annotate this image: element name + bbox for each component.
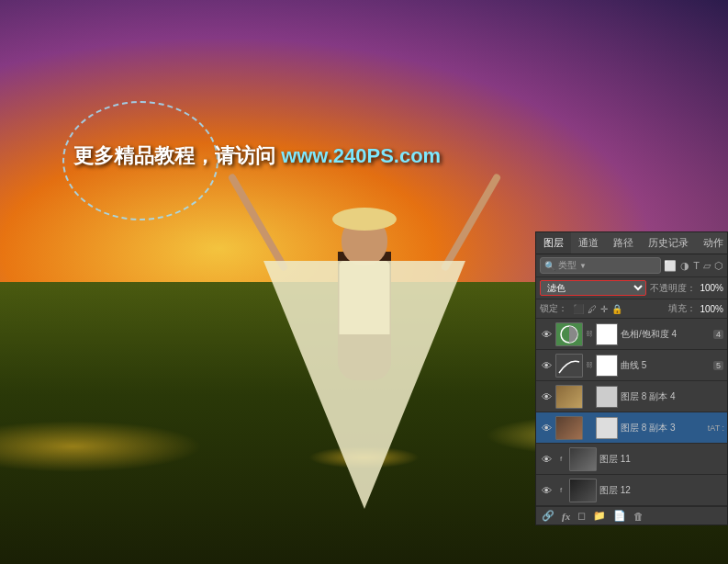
lock-checkerboard-icon[interactable]: ⬛: [573, 304, 584, 314]
thumb-8b3: [555, 416, 583, 440]
badge-hue-sat: 4: [713, 330, 723, 339]
search-icon: 🔍: [544, 261, 555, 271]
tab-paths[interactable]: 路径: [606, 232, 641, 254]
new-group-icon[interactable]: 📁: [593, 510, 606, 522]
visibility-hue-sat[interactable]: 👁: [540, 329, 553, 340]
layer-row-8b3[interactable]: 👁 · 图层 8 副本 3 tAT :: [536, 412, 727, 444]
filter-pixel-icon[interactable]: ⬜: [664, 260, 677, 272]
watermark-site: www.240PS.com: [281, 144, 441, 167]
bride-figure: [263, 160, 465, 509]
tab-layers[interactable]: 图层: [536, 232, 571, 254]
search-box[interactable]: 🔍 类型 ▼: [540, 257, 661, 274]
thumb-curves: [555, 354, 583, 378]
mask-8b3: [596, 417, 618, 439]
tat-label: tAT :: [708, 423, 724, 433]
tab-channels[interactable]: 通道: [571, 232, 606, 254]
chain-hue-sat: ⛓: [586, 330, 593, 338]
visibility-8b3[interactable]: 👁: [540, 423, 553, 434]
mask-hue-sat: [596, 323, 618, 345]
watermark: 更多精品教程，请访问 www.240PS.com: [73, 142, 441, 170]
link-12[interactable]: f: [555, 486, 566, 494]
panel-filter-icons: ⬜ ◑ T ▱ ⬡: [664, 260, 723, 272]
visibility-8b4[interactable]: 👁: [540, 391, 553, 402]
link-layers-icon[interactable]: 🔗: [542, 510, 554, 522]
filter-shape-icon[interactable]: ▱: [703, 260, 711, 272]
mask-curves: [596, 355, 618, 377]
lock-move-icon[interactable]: ✛: [600, 304, 608, 314]
layer-row-hue-sat[interactable]: 👁 ⛓ 色相/饱和度 4 4: [536, 319, 727, 350]
layers-panel: 图层 通道 路径 历史记录 动作 🔍 类型 ▼ ⬜ ◑ T ▱ ⬡ 滤色 不透明…: [535, 231, 728, 525]
thumb-11: [569, 447, 597, 471]
visibility-11[interactable]: 👁: [540, 454, 553, 465]
watermark-text: 更多精品教程，请访问: [73, 144, 281, 167]
layer-name-11: 图层 11: [599, 453, 723, 466]
dress: [263, 261, 465, 509]
opacity-label: 不透明度：: [650, 282, 696, 295]
blend-mode-row: 滤色 不透明度： 100%: [536, 277, 727, 299]
layer-row-8b4[interactable]: 👁 · 图层 8 副本 4: [536, 381, 727, 412]
layer-row-curves[interactable]: 👁 ⛓ 曲线 5 5: [536, 350, 727, 381]
layer-row-12[interactable]: 👁 f 图层 12: [536, 475, 727, 506]
search-type-select[interactable]: 类型: [558, 259, 577, 272]
opacity-value: 100%: [700, 283, 723, 293]
filter-smartobj-icon[interactable]: ⬡: [714, 260, 723, 272]
lock-all-icon[interactable]: 🔒: [611, 304, 622, 314]
layer-row-11[interactable]: 👁 f 图层 11: [536, 444, 727, 475]
layer-name-8b4: 图层 8 副本 4: [621, 390, 723, 403]
fill-label: 填充：: [668, 302, 696, 315]
panel-tabs: 图层 通道 路径 历史记录 动作: [536, 232, 727, 254]
link-11[interactable]: f: [555, 455, 566, 463]
visibility-12[interactable]: 👁: [540, 485, 553, 496]
panel-bottom-bar: 🔗 fx ◻ 📁 📄 🗑: [536, 506, 727, 525]
new-layer-icon[interactable]: 📄: [613, 510, 626, 522]
layer-name-curves: 曲线 5: [621, 359, 711, 372]
filter-type-icon[interactable]: T: [693, 260, 700, 271]
chain-8b4: ·: [586, 392, 593, 400]
layer-name-hue-sat: 色相/饱和度 4: [621, 328, 711, 341]
lock-brush-icon[interactable]: 🖊: [588, 304, 597, 314]
lock-label: 锁定：: [540, 302, 567, 315]
thumb-12: [569, 479, 597, 502]
hat: [332, 208, 397, 231]
fx-icon[interactable]: fx: [562, 511, 570, 522]
mask-8b4: [596, 386, 618, 408]
lock-row: 锁定： ⬛ 🖊 ✛ 🔒 填充： 100%: [536, 299, 727, 319]
layer-name-12: 图层 12: [599, 484, 723, 497]
tab-history[interactable]: 历史记录: [641, 232, 696, 254]
filter-adjustment-icon[interactable]: ◑: [680, 260, 689, 272]
chain-8b3: ·: [586, 423, 593, 432]
thumb-8b4: [555, 385, 583, 409]
search-dropdown-icon: ▼: [579, 262, 587, 270]
badge-curves: 5: [713, 361, 723, 370]
delete-layer-icon[interactable]: 🗑: [633, 511, 644, 522]
add-mask-icon[interactable]: ◻: [577, 510, 586, 522]
chain-curves: ⛓: [586, 361, 593, 369]
panel-search-row: 🔍 类型 ▼ ⬜ ◑ T ▱ ⬡: [536, 254, 727, 277]
fill-value: 100%: [700, 304, 723, 314]
blend-mode-select[interactable]: 滤色: [540, 280, 646, 296]
tab-actions[interactable]: 动作: [696, 232, 728, 254]
lock-icons: ⬛ 🖊 ✛ 🔒: [573, 304, 665, 314]
visibility-curves[interactable]: 👁: [540, 360, 553, 371]
thumb-hue-sat: [555, 322, 583, 346]
